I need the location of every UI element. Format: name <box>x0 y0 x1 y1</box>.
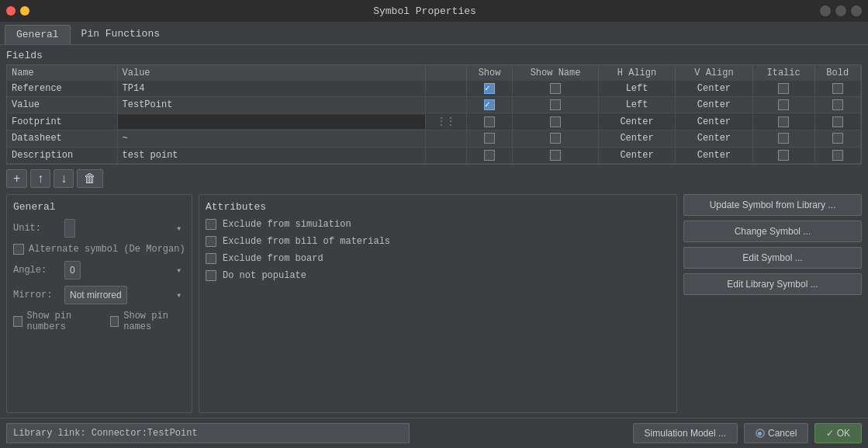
close-button[interactable] <box>6 6 16 16</box>
row-v-align: Center <box>676 130 752 147</box>
tab-pin-functions[interactable]: Pin Functions <box>71 25 171 44</box>
row-show-name[interactable] <box>513 130 599 147</box>
exclude-bom-checkbox[interactable] <box>206 236 216 247</box>
italic-checkbox[interactable] <box>778 116 789 127</box>
show-name-checkbox[interactable] <box>550 133 561 144</box>
table-row: Footprint ⋮⋮ Center Center <box>7 113 861 130</box>
minimize-button[interactable] <box>20 6 29 16</box>
table-row: Datasheet ~ Center Center <box>7 130 861 147</box>
row-value[interactable]: test point <box>117 147 426 163</box>
row-value[interactable]: TP14 <box>117 81 426 97</box>
row-v-align: Center <box>676 81 752 97</box>
show-name-checkbox[interactable] <box>550 116 561 127</box>
row-italic[interactable] <box>752 130 814 147</box>
italic-checkbox[interactable] <box>778 133 789 144</box>
col-show: Show <box>466 65 512 81</box>
do-not-populate-label: Do not populate <box>223 270 306 281</box>
exclude-simulation-checkbox[interactable] <box>206 219 216 230</box>
move-up-button[interactable]: ↑ <box>30 169 50 188</box>
edit-symbol-button[interactable]: Edit Symbol ... <box>683 247 862 269</box>
row-h-align: Center <box>598 147 675 163</box>
row-name: Value <box>7 97 117 113</box>
win-btn-2[interactable] <box>835 5 846 16</box>
move-down-button[interactable]: ↓ <box>54 169 74 188</box>
angle-select-wrapper[interactable]: 0 <box>64 261 185 280</box>
simulation-model-button[interactable]: Simulation Model ... <box>633 423 738 443</box>
show-checkbox[interactable] <box>484 83 495 94</box>
show-checkbox[interactable] <box>484 99 495 110</box>
row-show[interactable] <box>466 81 512 97</box>
row-italic[interactable] <box>752 81 814 97</box>
row-value[interactable]: TestPoint <box>117 97 426 113</box>
row-bold[interactable] <box>814 81 860 97</box>
show-checkbox[interactable] <box>484 150 495 161</box>
exclude-bom-label: Exclude from bill of materials <box>223 236 390 247</box>
row-show-name[interactable] <box>513 147 599 163</box>
row-show-name[interactable] <box>513 97 599 113</box>
show-name-checkbox[interactable] <box>550 99 561 110</box>
col-v-align: V Align <box>676 65 752 81</box>
edit-library-symbol-button[interactable]: Edit Library Symbol ... <box>683 273 862 295</box>
alternate-symbol-label: Alternate symbol (De Morgan) <box>29 244 185 255</box>
row-show[interactable] <box>466 130 512 147</box>
alternate-symbol-row: Alternate symbol (De Morgan) <box>13 244 185 255</box>
row-value[interactable]: ~ <box>117 130 426 147</box>
row-italic[interactable] <box>752 147 814 163</box>
italic-checkbox[interactable] <box>778 83 789 94</box>
do-not-populate-checkbox[interactable] <box>206 270 216 281</box>
mirror-select-wrapper[interactable]: Not mirrored Mirror X Mirror Y <box>64 286 185 304</box>
row-bold[interactable] <box>814 113 860 130</box>
pin-options-row: Show pin numbers Show pin names <box>13 311 185 339</box>
row-value[interactable] <box>117 113 426 130</box>
footprint-input[interactable] <box>118 115 426 129</box>
col-italic: Italic <box>752 65 814 81</box>
alternate-symbol-checkbox[interactable] <box>13 244 24 255</box>
bold-checkbox[interactable] <box>832 116 843 127</box>
bold-checkbox[interactable] <box>832 83 843 94</box>
show-checkbox[interactable] <box>484 116 495 127</box>
ok-button[interactable]: ✓ OK <box>814 423 862 443</box>
exclude-board-checkbox[interactable] <box>206 253 216 264</box>
row-show-name[interactable] <box>513 113 599 130</box>
row-name: Datasheet <box>7 130 117 147</box>
angle-select[interactable]: 0 <box>64 261 81 280</box>
bold-checkbox[interactable] <box>832 99 843 110</box>
cancel-button[interactable]: Cancel <box>744 423 808 443</box>
delete-field-button[interactable]: 🗑 <box>77 169 103 188</box>
row-bold[interactable] <box>814 130 860 147</box>
win-btn-3[interactable] <box>851 5 862 16</box>
bold-checkbox[interactable] <box>832 133 843 144</box>
italic-checkbox[interactable] <box>778 150 789 161</box>
italic-checkbox[interactable] <box>778 99 789 110</box>
unit-select[interactable] <box>64 219 75 238</box>
row-bold[interactable] <box>814 97 860 113</box>
table-row: Value TestPoint Left Center <box>7 97 861 113</box>
change-symbol-button[interactable]: Change Symbol ... <box>683 221 862 242</box>
tab-general[interactable]: General <box>5 25 71 44</box>
show-pin-names-checkbox[interactable] <box>110 316 119 327</box>
row-show-name[interactable] <box>513 81 599 97</box>
row-show[interactable] <box>466 147 512 163</box>
show-name-checkbox[interactable] <box>550 150 561 161</box>
update-symbol-button[interactable]: Update Symbol from Library ... <box>683 194 862 216</box>
attr-exclude-simulation: Exclude from simulation <box>206 219 670 230</box>
mirror-select[interactable]: Not mirrored Mirror X Mirror Y <box>64 286 127 304</box>
row-show[interactable] <box>466 97 512 113</box>
show-checkbox[interactable] <box>484 133 495 144</box>
row-italic[interactable] <box>752 97 814 113</box>
window-controls[interactable] <box>6 6 29 16</box>
show-name-checkbox[interactable] <box>550 83 561 94</box>
row-h-align: Center <box>598 130 675 147</box>
show-pin-numbers-checkbox[interactable] <box>13 316 22 327</box>
actions-panel: Update Symbol from Library ... Change Sy… <box>683 194 862 413</box>
bold-checkbox[interactable] <box>832 150 843 161</box>
win-btn-1[interactable] <box>820 5 831 16</box>
bottom-section: General Unit: Alternate symbol (De Morga… <box>6 194 862 413</box>
row-italic[interactable] <box>752 113 814 130</box>
row-browse[interactable]: ⋮⋮ <box>426 113 467 130</box>
add-field-button[interactable]: + <box>6 169 27 188</box>
unit-select-wrapper[interactable] <box>64 219 185 238</box>
row-bold[interactable] <box>814 147 860 163</box>
col-h-align: H Align <box>598 65 675 81</box>
row-show[interactable] <box>466 113 512 130</box>
